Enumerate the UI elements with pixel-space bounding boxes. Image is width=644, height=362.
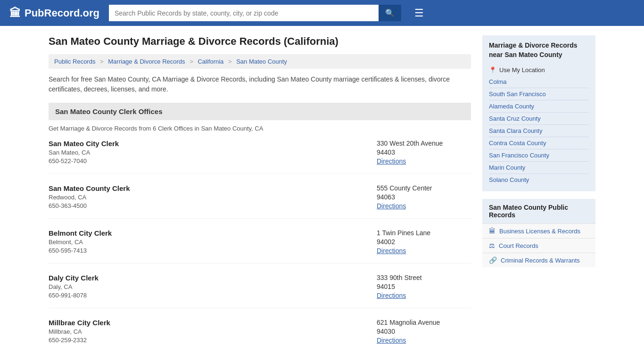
clerk-name: San Mateo County Clerk xyxy=(49,184,130,192)
search-bar: 🔍 xyxy=(109,5,401,21)
sidebar: Marriage & Divorce Records near San Mate… xyxy=(482,35,595,362)
clerk-city: San Mateo, CA xyxy=(49,149,119,156)
clerk-entry: San Mateo County Clerk Redwood, CA 650-3… xyxy=(49,184,471,219)
public-records-list: 🏛Business Licenses & Records⚖Court Recor… xyxy=(482,223,595,267)
clerk-address: 621 Magnolia Avenue xyxy=(377,319,471,326)
breadcrumb-sep-2: > xyxy=(190,58,193,65)
nearby-link[interactable]: Santa Clara County xyxy=(489,124,589,137)
clerk-address: 333 90th Street xyxy=(377,274,471,281)
clerk-name: San Mateo City Clerk xyxy=(49,140,119,148)
clerk-phone: 650-522-7040 xyxy=(49,157,119,165)
clerk-address-block: 1 Twin Pines Lane 94002 Directions xyxy=(377,229,471,255)
clerk-directions-link[interactable]: Directions xyxy=(377,247,406,255)
clerk-city: Belmont, CA xyxy=(49,239,112,246)
record-label: Business Licenses & Records xyxy=(499,228,580,235)
clerk-entry: Belmont City Clerk Belmont, CA 650-595-7… xyxy=(49,229,471,263)
clerk-phone: 650-259-2332 xyxy=(49,337,110,344)
record-icon: 🔗 xyxy=(489,256,497,264)
clerk-address-block: 333 90th Street 94015 Directions xyxy=(377,274,471,299)
clerk-address-block: 555 County Center 94063 Directions xyxy=(377,184,471,210)
section-title: San Mateo County Clerk Offices xyxy=(55,107,163,115)
clerk-name: Daly City Clerk xyxy=(49,274,99,282)
search-button[interactable]: 🔍 xyxy=(379,5,401,21)
public-record-link[interactable]: ⚖Court Records xyxy=(482,238,595,253)
clerk-name: Belmont City Clerk xyxy=(49,229,112,237)
clerk-info: Daly City Clerk Daly, CA 650-991-8078 xyxy=(49,274,99,299)
menu-button[interactable]: ☰ xyxy=(411,5,428,21)
clerk-info: Millbrae City Clerk Millbrae, CA 650-259… xyxy=(49,319,110,344)
record-label: Criminal Records & Warrants xyxy=(501,257,580,264)
public-record-link[interactable]: 🏛Business Licenses & Records xyxy=(482,223,595,238)
logo[interactable]: 🏛 PubRecord.org xyxy=(9,7,99,20)
nearby-link[interactable]: Santa Cruz County xyxy=(489,112,589,124)
clerk-city: Daly, CA xyxy=(49,283,99,290)
nearby-link[interactable]: South San Francisco xyxy=(489,88,589,100)
logo-icon: 🏛 xyxy=(9,7,21,20)
nearby-link[interactable]: Alameda County xyxy=(489,100,589,112)
clerk-zip: 94015 xyxy=(377,283,471,290)
record-label: Court Records xyxy=(499,242,538,249)
clerk-phone: 650-363-4500 xyxy=(49,202,130,209)
breadcrumb-sep-3: > xyxy=(228,58,232,65)
nearby-link[interactable]: Colma xyxy=(489,76,589,88)
breadcrumb-sep-1: > xyxy=(100,58,104,65)
clerk-entry: Daly City Clerk Daly, CA 650-991-8078 33… xyxy=(49,274,471,308)
clerk-entry: Millbrae City Clerk Millbrae, CA 650-259… xyxy=(49,319,471,353)
clerk-zip: 94403 xyxy=(377,148,471,156)
clerk-city: Millbrae, CA xyxy=(49,328,110,335)
record-icon: ⚖ xyxy=(489,242,495,249)
clerk-phone: 650-991-8078 xyxy=(49,292,99,299)
clerk-address: 555 County Center xyxy=(377,184,471,192)
nearby-link[interactable]: Contra Costa County xyxy=(489,137,589,149)
clerk-info: Belmont City Clerk Belmont, CA 650-595-7… xyxy=(49,229,112,255)
clerk-info: San Mateo County Clerk Redwood, CA 650-3… xyxy=(49,184,130,210)
clerk-address: 1 Twin Pines Lane xyxy=(377,229,471,237)
page-description: Search for free San Mateo County, CA Mar… xyxy=(49,74,471,94)
clerk-directions-link[interactable]: Directions xyxy=(377,292,406,299)
clerks-list: San Mateo City Clerk San Mateo, CA 650-5… xyxy=(49,140,471,353)
public-record-link[interactable]: 🔗Criminal Records & Warrants xyxy=(482,253,595,267)
section-header: San Mateo County Clerk Offices xyxy=(49,103,471,120)
record-icon: 🏛 xyxy=(489,227,495,235)
clerk-zip: 94030 xyxy=(377,328,471,335)
nearby-box: Marriage & Divorce Records near San Mate… xyxy=(482,35,595,191)
breadcrumb-marriage-records[interactable]: Marriage & Divorce Records xyxy=(108,58,185,65)
nearby-title: Marriage & Divorce Records near San Mate… xyxy=(489,41,589,59)
nearby-link[interactable]: San Francisco County xyxy=(489,149,589,161)
logo-text: PubRecord.org xyxy=(25,7,99,19)
breadcrumb-san-mateo[interactable]: San Mateo County xyxy=(236,58,287,65)
clerk-directions-link[interactable]: Directions xyxy=(377,202,406,210)
clerk-address-block: 330 West 20th Avenue 94403 Directions xyxy=(377,140,471,165)
use-location-label: Use My Location xyxy=(499,66,545,74)
main-container: San Mateo County Marriage & Divorce Reco… xyxy=(39,26,605,362)
search-input[interactable] xyxy=(109,5,379,21)
clerk-info: San Mateo City Clerk San Mateo, CA 650-5… xyxy=(49,140,119,165)
location-icon: 📍 xyxy=(489,66,496,74)
clerk-directions-link[interactable]: Directions xyxy=(377,157,406,165)
clerk-directions-link[interactable]: Directions xyxy=(377,337,406,344)
clerk-address: 330 West 20th Avenue xyxy=(377,140,471,147)
clerk-name: Millbrae City Clerk xyxy=(49,319,110,327)
public-records-title: San Mateo County Public Records xyxy=(482,199,595,223)
clerk-entry: San Mateo City Clerk San Mateo, CA 650-5… xyxy=(49,140,471,174)
nearby-link[interactable]: Marin County xyxy=(489,161,589,173)
nearby-links-list: ColmaSouth San FranciscoAlameda CountySa… xyxy=(489,76,589,186)
site-header: 🏛 PubRecord.org 🔍 ☰ xyxy=(0,0,644,26)
clerk-phone: 650-595-7413 xyxy=(49,247,112,254)
clerk-city: Redwood, CA xyxy=(49,194,130,201)
public-records-section: San Mateo County Public Records 🏛Busines… xyxy=(482,199,595,267)
use-location-link[interactable]: 📍 Use My Location xyxy=(489,64,589,76)
page-title: San Mateo County Marriage & Divorce Reco… xyxy=(49,35,471,48)
clerk-zip: 94002 xyxy=(377,238,471,246)
section-subtitle: Get Marriage & Divorce Records from 6 Cl… xyxy=(49,125,471,132)
clerk-address-block: 621 Magnolia Avenue 94030 Directions xyxy=(377,319,471,344)
breadcrumb: Public Records > Marriage & Divorce Reco… xyxy=(49,54,471,69)
breadcrumb-public-records[interactable]: Public Records xyxy=(54,58,95,65)
nearby-link[interactable]: Solano County xyxy=(489,173,589,186)
clerk-zip: 94063 xyxy=(377,193,471,201)
breadcrumb-california[interactable]: California xyxy=(198,58,223,65)
content-area: San Mateo County Marriage & Divorce Reco… xyxy=(49,35,471,362)
